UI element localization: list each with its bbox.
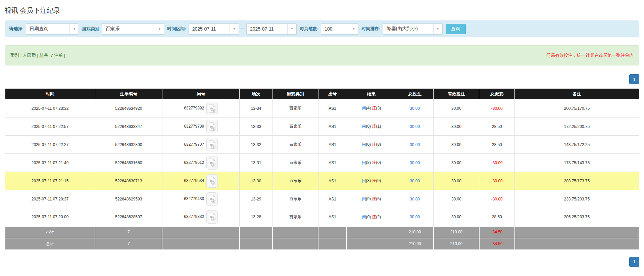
game-type: 百家乐 xyxy=(273,118,318,136)
pagination-bottom: 1 xyxy=(5,257,639,267)
table-row: 2025-07-11 07:22:27522648632800632779707… xyxy=(5,136,639,154)
total-bet-link[interactable]: 30.00 xyxy=(410,160,420,165)
video-replay-icon xyxy=(208,177,216,185)
video-replay-button[interactable] xyxy=(206,156,218,170)
note: 203.75/173.75 xyxy=(515,172,639,190)
result-banker-score: (0) xyxy=(376,160,381,165)
table-row: 2025-07-11 07:20:00522648628507632779332… xyxy=(5,208,639,226)
chevron-down-icon: ▼ xyxy=(433,24,442,34)
query-type-select[interactable]: 日期查询 ▼ xyxy=(26,24,79,35)
total-bet-link[interactable]: 30.00 xyxy=(410,197,420,201)
session-number: 13-28 xyxy=(240,208,273,226)
round-id-cell: 632779534 xyxy=(162,172,239,190)
page-button[interactable]: 1 xyxy=(629,257,639,267)
total-bet-cell: 30.00 xyxy=(396,99,433,118)
table-row: 2025-07-11 07:21:15522648630713632779534… xyxy=(5,172,639,190)
video-replay-button[interactable] xyxy=(206,210,218,224)
table-row: 2025-07-11 07:21:49522648631660632779612… xyxy=(5,154,639,172)
column-header: 场次 xyxy=(240,89,273,99)
summary-empty-cell xyxy=(240,238,273,250)
column-header: 总投注 xyxy=(396,89,433,99)
total-bet-link[interactable]: 30.00 xyxy=(410,124,420,129)
note: 143.75/172.25 xyxy=(515,136,639,154)
total-bet-cell: 30.00 xyxy=(396,190,433,208)
video-replay-button[interactable] xyxy=(206,138,218,151)
result-player-score: (0) xyxy=(366,215,372,219)
video-replay-button[interactable] xyxy=(206,192,218,206)
page: 视讯 会员下注纪录 请选择: 日期查询 ▼ 游戏类别 百家乐 ▼ 时间区间: 2… xyxy=(0,0,644,267)
game-type-select[interactable]: 百家乐 ▼ xyxy=(102,24,164,35)
total-bet-cell: 30.00 xyxy=(396,208,433,226)
filter-bar: 请选择: 日期查询 ▼ 游戏类别 百家乐 ▼ 时间区间: 2025-07-11 … xyxy=(5,20,639,37)
chevron-down-icon: ▼ xyxy=(155,24,164,34)
note: 172.25/200.75 xyxy=(515,118,639,136)
page-button[interactable]: 1 xyxy=(629,74,639,84)
bet-records-table: 时间注单编号局号场次游戏类别桌号结果总投注有效投注总派彩备注 2025-07-1… xyxy=(5,88,639,250)
total-bet-link[interactable]: 30.00 xyxy=(410,106,420,111)
result-banker-score: (5) xyxy=(376,196,381,201)
bet-id: 522648629593 xyxy=(95,190,162,208)
date-to-select[interactable]: 2025-07-11 ▼ xyxy=(246,24,297,35)
valid-bet: 30.00 xyxy=(434,172,479,190)
bet-id: 522648634920 xyxy=(95,99,162,118)
summary-empty-cell xyxy=(347,226,396,238)
payout: -30.00 xyxy=(479,154,515,172)
result-banker: 庄 xyxy=(372,215,376,219)
page-size-group: 每页笔数: 100 ▼ xyxy=(300,24,358,35)
sort-select[interactable]: 降幂(由大到小) ▼ xyxy=(383,24,443,35)
valid-bet: 30.00 xyxy=(434,118,479,136)
column-header: 局号 xyxy=(162,89,239,99)
valid-bet: 30.00 xyxy=(434,136,479,154)
result-banker-score: (2) xyxy=(376,215,381,219)
info-bar: 币别 : 人民币 | 总共 :7 注单 | 同局有效投注，统一计算在该局第一张注… xyxy=(5,45,639,65)
summary-empty-cell xyxy=(273,238,318,250)
date-to-value: 2025-07-11 xyxy=(247,24,287,34)
table-row: 2025-07-11 07:20:37522648629593632779430… xyxy=(5,190,639,208)
round-number: 632779707 xyxy=(184,142,204,147)
video-replay-icon xyxy=(208,140,216,149)
table-number: AS1 xyxy=(318,154,347,172)
valid-bet: 30.00 xyxy=(434,190,479,208)
total-bet-link[interactable]: 30.00 xyxy=(410,215,420,219)
summary-count: 7 xyxy=(95,226,162,238)
summary-empty-cell xyxy=(318,238,347,250)
page-size-select[interactable]: 100 ▼ xyxy=(321,24,358,35)
summary-empty-cell xyxy=(162,226,239,238)
date-from-select[interactable]: 2025-07-11 ▼ xyxy=(189,24,239,35)
result-banker: 庄 xyxy=(372,124,376,129)
result-banker: 庄 xyxy=(372,178,376,183)
result-banker-score: (3) xyxy=(376,106,381,110)
video-replay-button[interactable] xyxy=(206,102,218,115)
video-replay-button[interactable] xyxy=(206,120,218,133)
total-bet-cell: 30.00 xyxy=(396,118,433,136)
video-replay-icon xyxy=(208,122,216,131)
summary-empty-cell xyxy=(347,238,396,250)
result-cell: 闲(3) 庄(9) xyxy=(347,172,396,190)
result-cell: 闲(0) 庄(8) xyxy=(347,136,396,154)
sort-group: 时间排序: 降幂(由大到小) ▼ xyxy=(361,24,442,35)
result-banker: 庄 xyxy=(372,160,376,165)
summary-count: 7 xyxy=(95,238,162,250)
table-number: AS1 xyxy=(318,118,347,136)
column-header: 桌号 xyxy=(318,89,347,99)
note: 200.75/170.75 xyxy=(515,99,639,118)
result-cell: 闲(4) 庄(3) xyxy=(347,99,396,118)
session-number: 13-34 xyxy=(240,99,273,118)
valid-bet: 30.00 xyxy=(434,208,479,226)
session-number: 13-29 xyxy=(240,190,273,208)
search-button[interactable]: 查询 xyxy=(446,24,466,34)
round-number: 632779430 xyxy=(184,196,204,201)
currency-summary-text: 币别 : 人民币 | 总共 :7 注单 | xyxy=(10,52,65,58)
summary-empty-cell xyxy=(162,238,239,250)
note: 205.25/233.75 xyxy=(515,208,639,226)
column-header: 游戏类别 xyxy=(273,89,318,99)
game-type: 百家乐 xyxy=(273,136,318,154)
total-bet-link[interactable]: 30.00 xyxy=(410,142,420,147)
video-replay-button[interactable] xyxy=(206,174,218,188)
result-cell: 闲(0) 庄(1) xyxy=(347,118,396,136)
query-type-group: 请选择: 日期查询 ▼ xyxy=(9,24,79,35)
result-banker-score: (8) xyxy=(376,142,381,147)
total-bet-link[interactable]: 30.00 xyxy=(410,179,420,183)
result-player: 闲 xyxy=(362,124,366,129)
chevron-down-icon: ▼ xyxy=(349,24,358,34)
